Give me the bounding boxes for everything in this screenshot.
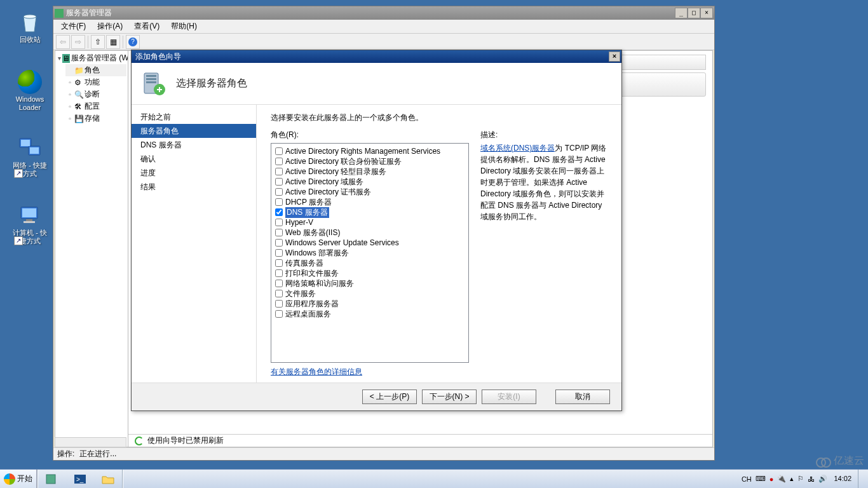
tree-configuration[interactable]: ▫🛠配置 xyxy=(65,100,126,112)
start-button[interactable]: 开始 xyxy=(0,470,37,488)
svg-rect-7 xyxy=(26,219,32,221)
role-label: 网络策略和访问服务 xyxy=(285,278,354,289)
role-checkbox[interactable] xyxy=(275,239,283,247)
install-button[interactable]: 安装(I) xyxy=(482,390,536,404)
svg-point-0 xyxy=(24,15,36,18)
svg-text:>_: >_ xyxy=(76,476,84,483)
role-checkbox[interactable] xyxy=(275,269,283,277)
role-item[interactable]: Active Directory 轻型目录服务 xyxy=(275,166,465,177)
role-checkbox[interactable] xyxy=(275,249,283,257)
wizard-close-button[interactable]: × xyxy=(609,51,620,62)
menu-view[interactable]: 查看(V) xyxy=(130,20,163,33)
tray-action-center-icon[interactable]: ● xyxy=(770,475,774,483)
menu-action[interactable]: 操作(A) xyxy=(93,20,126,33)
role-checkbox[interactable] xyxy=(275,198,283,206)
tree-diagnostics[interactable]: ▫🔍诊断 xyxy=(65,88,126,100)
desktop-icon-network-shortcut[interactable]: ↗ 网络 - 快捷 方式 xyxy=(6,135,53,178)
tray-language[interactable]: CH xyxy=(742,475,752,483)
wizard-titlebar[interactable]: 添加角色向导 × xyxy=(132,50,621,63)
maximize-button[interactable]: □ xyxy=(688,8,700,18)
more-info-link[interactable]: 有关服务器角色的详细信息 xyxy=(271,367,469,377)
nav-before-begin[interactable]: 开始之前 xyxy=(132,110,256,124)
roles-list[interactable]: Active Directory Rights Management Servi… xyxy=(271,143,469,363)
role-item[interactable]: Web 服务器(IIS) xyxy=(275,227,465,238)
role-item[interactable]: Windows Server Update Services xyxy=(275,238,465,248)
shortcut-arrow-icon: ↗ xyxy=(14,169,23,178)
role-label: Active Directory 联合身份验证服务 xyxy=(285,156,402,167)
previous-button[interactable]: < 上一步(P) xyxy=(362,390,417,404)
tree-horizontal-scrollbar[interactable] xyxy=(55,437,126,447)
role-item[interactable]: Active Directory 证书服务 xyxy=(275,187,465,197)
nav-result[interactable]: 结果 xyxy=(132,180,256,194)
system-tray: CH ⌨ ● 🔌 ▴ ⚐ 🖧 🔊 14:02 xyxy=(742,470,868,488)
tree-roles[interactable]: 📁角色 xyxy=(65,64,126,76)
role-item[interactable]: 打印和文件服务 xyxy=(275,268,465,278)
close-button[interactable]: × xyxy=(700,8,713,18)
role-item[interactable]: Active Directory 联合身份验证服务 xyxy=(275,156,465,166)
tray-flag-icon[interactable]: ⚐ xyxy=(797,475,804,483)
role-item[interactable]: 远程桌面服务 xyxy=(275,309,465,319)
help-button[interactable]: ? xyxy=(126,35,140,49)
show-desktop-button[interactable] xyxy=(858,470,864,488)
role-checkbox[interactable] xyxy=(275,147,283,155)
role-label: Active Directory Rights Management Servi… xyxy=(285,147,440,156)
nav-progress[interactable]: 进度 xyxy=(132,166,256,180)
nav-confirm[interactable]: 确认 xyxy=(132,152,256,166)
nav-dns-server[interactable]: DNS 服务器 xyxy=(132,138,256,152)
tray-clock[interactable]: 14:02 xyxy=(831,475,854,482)
add-roles-wizard-dialog: 添加角色向导 × 选择服务器角色 开始之前 服务器角色 DNS 服务器 确认 进… xyxy=(131,50,622,411)
role-checkbox[interactable] xyxy=(275,310,283,318)
role-label: Active Directory 证书服务 xyxy=(285,187,371,198)
role-checkbox[interactable] xyxy=(275,229,283,236)
role-checkbox[interactable] xyxy=(275,158,283,165)
role-item[interactable]: Windows 部署服务 xyxy=(275,248,465,258)
menu-file[interactable]: 文件(F) xyxy=(57,20,90,33)
role-checkbox[interactable] xyxy=(275,219,283,226)
desktop-icon-windows-loader[interactable]: Windows Loader xyxy=(6,70,53,112)
desktop-icon-computer-shortcut[interactable]: ↗ 计算机 - 快 捷方式 xyxy=(6,202,53,245)
quicklaunch-server-manager[interactable] xyxy=(39,471,65,487)
nav-server-roles[interactable]: 服务器角色 xyxy=(132,124,256,138)
role-label: DNS 服务器 xyxy=(285,207,329,218)
next-button[interactable]: 下一步(N) > xyxy=(422,390,477,404)
desktop-icon-recycle-bin[interactable]: 回收站 xyxy=(6,9,53,44)
role-checkbox[interactable] xyxy=(275,178,283,186)
role-checkbox[interactable] xyxy=(275,259,283,267)
menu-help[interactable]: 帮助(H) xyxy=(167,20,201,33)
recycle-bin-icon xyxy=(17,9,43,34)
role-item[interactable]: Active Directory 域服务 xyxy=(275,177,465,187)
role-item[interactable]: DNS 服务器 xyxy=(275,207,465,217)
role-checkbox[interactable] xyxy=(275,280,283,287)
back-button[interactable]: ⇦ xyxy=(56,35,70,49)
role-item[interactable]: Hyper-V xyxy=(275,217,465,227)
server-manager-titlebar[interactable]: 服务器管理器 _ □ × xyxy=(53,6,714,20)
description-link[interactable]: 域名系统(DNS)服务器 xyxy=(480,144,555,152)
up-button[interactable]: ⇧ xyxy=(91,35,105,49)
tray-volume-icon[interactable]: 🔊 xyxy=(818,475,827,483)
forward-button[interactable]: ⇨ xyxy=(71,35,85,49)
role-item[interactable]: 传真服务器 xyxy=(275,258,465,268)
role-item[interactable]: 文件服务 xyxy=(275,288,465,299)
cancel-button[interactable]: 取消 xyxy=(555,390,610,404)
tree-features[interactable]: ▫⚙功能 xyxy=(65,76,126,88)
tree-root[interactable]: ▾🖥 服务器管理器 (W xyxy=(57,52,126,64)
tray-chevron-icon[interactable]: ▴ xyxy=(790,475,794,483)
tray-network-icon[interactable]: 🖧 xyxy=(808,475,815,483)
tray-power-icon[interactable]: 🔌 xyxy=(777,475,786,483)
tree-storage[interactable]: ▫💾存储 xyxy=(65,112,126,125)
role-item[interactable]: DHCP 服务器 xyxy=(275,197,465,207)
quicklaunch-powershell[interactable]: >_ xyxy=(67,471,93,487)
role-item[interactable]: 应用程序服务器 xyxy=(275,299,465,309)
role-checkbox[interactable] xyxy=(275,208,283,216)
minimize-button[interactable]: _ xyxy=(675,8,688,18)
role-checkbox[interactable] xyxy=(275,188,283,196)
tray-keyboard-icon[interactable]: ⌨ xyxy=(756,475,766,483)
role-item[interactable]: Active Directory Rights Management Servi… xyxy=(275,146,465,156)
role-checkbox[interactable] xyxy=(275,168,283,175)
role-checkbox[interactable] xyxy=(275,300,283,308)
properties-button[interactable]: ▦ xyxy=(106,35,120,49)
role-item[interactable]: 网络策略和访问服务 xyxy=(275,278,465,288)
role-checkbox[interactable] xyxy=(275,290,283,297)
server-manager-tree[interactable]: ▾🖥 服务器管理器 (W 📁角色 ▫⚙功能 ▫🔍诊断 ▫🛠配置 ▫💾存储 xyxy=(55,51,128,447)
quicklaunch-explorer[interactable] xyxy=(95,471,121,487)
